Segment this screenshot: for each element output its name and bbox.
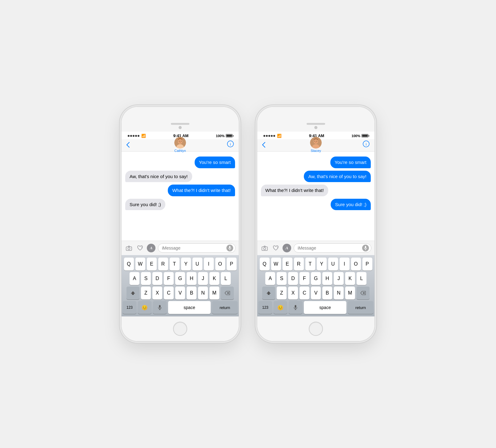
- key-H-left[interactable]: H: [187, 272, 196, 285]
- contact-name-right[interactable]: Stacey: [311, 149, 321, 153]
- battery-right: [362, 134, 368, 137]
- heart-icon-right[interactable]: [271, 244, 280, 252]
- svg-point-3: [178, 139, 182, 144]
- key-R-right[interactable]: R: [294, 258, 304, 271]
- back-button-right[interactable]: [262, 142, 265, 148]
- key-M-right[interactable]: M: [345, 287, 355, 299]
- key-O-right[interactable]: O: [351, 258, 361, 271]
- back-button-left[interactable]: [126, 142, 130, 148]
- key-G-left[interactable]: G: [175, 272, 185, 285]
- key-X-left[interactable]: X: [152, 287, 162, 299]
- key-D-right[interactable]: D: [288, 272, 298, 285]
- key-Z-right[interactable]: Z: [277, 287, 287, 299]
- key-return-right[interactable]: return: [348, 301, 373, 314]
- key-123-right[interactable]: 123: [258, 301, 272, 314]
- svg-rect-15: [159, 305, 161, 308]
- key-J-left[interactable]: J: [198, 272, 208, 285]
- key-shift-left[interactable]: [126, 287, 139, 299]
- home-button-right[interactable]: [309, 322, 323, 336]
- key-Q-left[interactable]: Q: [124, 258, 134, 271]
- bubble-right-2: What the?! I didn't write that!: [261, 185, 328, 196]
- key-F-left[interactable]: F: [164, 272, 174, 285]
- key-O-left[interactable]: O: [215, 258, 225, 271]
- key-T-right[interactable]: T: [305, 258, 315, 271]
- key-U-right[interactable]: U: [328, 258, 338, 271]
- key-L-right[interactable]: L: [357, 272, 366, 285]
- home-button-left[interactable]: [173, 322, 187, 336]
- svg-rect-27: [365, 246, 366, 248]
- key-I-left[interactable]: I: [204, 258, 214, 271]
- nav-center-left: Cathlyn: [174, 137, 186, 153]
- imessage-input-left[interactable]: [158, 243, 236, 253]
- imessage-input-right[interactable]: [294, 243, 371, 253]
- kb-row-4-right: 123 😊 space return: [258, 301, 373, 314]
- key-B-left[interactable]: B: [187, 287, 196, 299]
- camera-right: [314, 126, 317, 129]
- svg-text:i: i: [230, 142, 231, 146]
- camera-icon-left[interactable]: [125, 244, 133, 252]
- key-mic-left[interactable]: [153, 301, 167, 314]
- heart-icon-left[interactable]: [136, 244, 144, 252]
- key-I-right[interactable]: I: [340, 258, 349, 271]
- mic-button-right[interactable]: [362, 245, 369, 251]
- appstore-icon-left[interactable]: A: [147, 244, 155, 252]
- key-Q-right[interactable]: Q: [260, 258, 270, 271]
- msg-right-3: Sure you did! ;): [261, 199, 371, 210]
- key-T-left[interactable]: T: [170, 258, 180, 271]
- appstore-icon-right[interactable]: A: [283, 244, 291, 252]
- key-P-left[interactable]: P: [227, 258, 237, 271]
- key-space-right[interactable]: space: [304, 301, 346, 314]
- key-shift-right[interactable]: [262, 287, 275, 299]
- msg-left-2: What the?! I didn't write that!: [125, 185, 235, 196]
- key-W-left[interactable]: W: [135, 258, 145, 271]
- mic-button-left[interactable]: [226, 245, 233, 251]
- wifi-icon-left: 📶: [141, 134, 146, 138]
- key-space-left[interactable]: space: [168, 301, 211, 314]
- svg-point-19: [314, 139, 318, 144]
- key-G-right[interactable]: G: [311, 272, 321, 285]
- key-R-left[interactable]: R: [158, 258, 168, 271]
- battery-pct-right: 100%: [352, 134, 360, 138]
- camera-icon-right[interactable]: [260, 244, 269, 252]
- info-button-right[interactable]: i: [363, 141, 370, 149]
- key-V-left[interactable]: V: [175, 287, 185, 299]
- key-P-right[interactable]: P: [362, 258, 372, 271]
- key-D-left[interactable]: D: [152, 272, 162, 285]
- key-N-left[interactable]: N: [198, 287, 208, 299]
- key-B-right[interactable]: B: [322, 287, 332, 299]
- contact-name-left[interactable]: Cathlyn: [174, 149, 186, 153]
- key-mic-right[interactable]: [289, 301, 302, 314]
- key-F-right[interactable]: F: [300, 272, 309, 285]
- key-E-left[interactable]: E: [147, 258, 157, 271]
- key-L-left[interactable]: L: [221, 272, 231, 285]
- key-X-right[interactable]: X: [288, 287, 298, 299]
- key-Z-left[interactable]: Z: [141, 287, 151, 299]
- key-C-left[interactable]: C: [164, 287, 174, 299]
- key-M-left[interactable]: M: [209, 287, 219, 299]
- key-emoji-left[interactable]: 😊: [138, 301, 151, 314]
- key-A-right[interactable]: A: [265, 272, 275, 285]
- key-K-right[interactable]: K: [345, 272, 355, 285]
- key-backspace-left[interactable]: [221, 287, 234, 299]
- key-E-right[interactable]: E: [283, 258, 292, 271]
- key-C-right[interactable]: C: [300, 287, 309, 299]
- info-button-left[interactable]: i: [227, 141, 234, 149]
- avatar-right: [310, 137, 322, 149]
- key-Y-left[interactable]: Y: [181, 258, 191, 271]
- battery-left: [226, 134, 233, 137]
- key-H-right[interactable]: H: [322, 272, 332, 285]
- key-N-right[interactable]: N: [334, 287, 344, 299]
- key-V-right[interactable]: V: [311, 287, 321, 299]
- key-J-right[interactable]: J: [334, 272, 344, 285]
- key-A-left[interactable]: A: [130, 272, 139, 285]
- key-Y-right[interactable]: Y: [317, 258, 327, 271]
- key-U-left[interactable]: U: [192, 258, 202, 271]
- key-S-left[interactable]: S: [141, 272, 151, 285]
- key-emoji-right[interactable]: 😊: [274, 301, 287, 314]
- key-S-right[interactable]: S: [277, 272, 287, 285]
- key-return-left[interactable]: return: [212, 301, 238, 314]
- key-K-left[interactable]: K: [209, 272, 219, 285]
- key-backspace-right[interactable]: [357, 287, 370, 299]
- key-123-left[interactable]: 123: [123, 301, 136, 314]
- key-W-right[interactable]: W: [271, 258, 281, 271]
